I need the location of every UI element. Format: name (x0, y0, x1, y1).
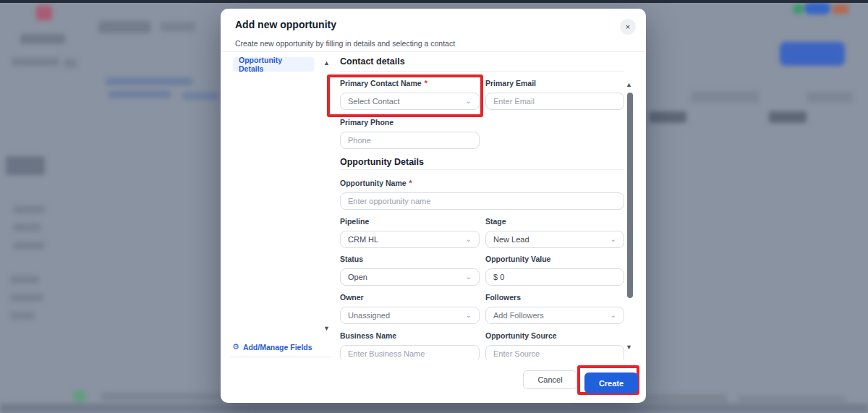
field-pipeline: Pipeline CRM HL ⌄ (340, 217, 480, 248)
contact-details-heading: Contact details (340, 56, 405, 67)
dimmed-footer-bar (738, 396, 846, 402)
field-label: Business Name (340, 331, 480, 340)
select-value: CRM HL (348, 235, 378, 244)
form-scroll-area: Contact details Primary Contact Name* Se… (333, 43, 637, 359)
field-owner: Owner Unassigned ⌄ (340, 293, 480, 324)
opportunity-value-input[interactable] (485, 268, 624, 286)
select-value: Open (348, 273, 367, 281)
select-value: Unassigned (348, 311, 390, 320)
dimmed-sidebar-text (64, 59, 77, 68)
field-label: Primary Contact Name (340, 79, 422, 88)
dimmed-link-row (106, 77, 192, 85)
tab-opportunity-details[interactable]: Opportunity Details (233, 57, 314, 72)
primary-phone-input[interactable] (340, 132, 480, 149)
opportunity-source-input[interactable] (485, 345, 624, 359)
chevron-down-icon: ⌄ (466, 98, 472, 105)
dimmed-app-logo (36, 6, 52, 20)
dimmed-sidebar-item (10, 276, 39, 284)
close-button[interactable]: × (620, 19, 636, 35)
chevron-down-icon: ⌄ (466, 236, 472, 243)
create-button[interactable]: Create (584, 372, 638, 393)
field-label: Opportunity Source (485, 331, 624, 340)
field-primary-phone: Primary Phone (340, 118, 480, 149)
field-label: Primary Email (485, 79, 624, 88)
chevron-down-icon: ⌄ (466, 273, 472, 281)
field-primary-email: Primary Email (485, 79, 624, 110)
dimmed-sidebar-item (10, 312, 35, 320)
field-label: Primary Phone (340, 118, 480, 127)
add-manage-fields-label: Add/Manage Fields (243, 343, 312, 352)
dimmed-sidebar-item (10, 294, 43, 302)
field-business-name: Business Name (340, 331, 480, 359)
add-opportunity-modal: Add new opportunity × Create new opportu… (221, 9, 646, 403)
field-label: Followers (485, 293, 624, 302)
dimmed-column-header (649, 111, 686, 123)
gear-icon: ⚙ (232, 342, 239, 352)
dimmed-sidebar-item (13, 242, 45, 250)
scrollbar-thumb[interactable] (627, 93, 633, 298)
collapse-down-icon[interactable]: ▼ (323, 325, 330, 332)
owner-select[interactable]: Unassigned ⌄ (340, 307, 480, 324)
section-divider (340, 169, 624, 170)
dimmed-bottom-strip (0, 404, 868, 413)
dimmed-sidebar-item (13, 223, 41, 231)
field-followers: Followers Add Followers ⌄ (485, 293, 624, 324)
dimmed-filter-chip (807, 92, 853, 103)
app-top-bar (0, 0, 868, 3)
stage-select[interactable]: New Lead ⌄ (485, 231, 624, 248)
field-label: Owner (340, 293, 480, 302)
close-icon: × (626, 22, 630, 31)
add-manage-fields-link[interactable]: ⚙ Add/Manage Fields (232, 342, 312, 352)
tab-label: Opportunity Details (239, 56, 308, 73)
primary-contact-select[interactable]: Select Contact ⌄ (340, 93, 480, 110)
dimmed-footer-icon (74, 391, 85, 402)
business-name-input[interactable] (340, 345, 480, 359)
field-stage: Stage New Lead ⌄ (485, 217, 624, 248)
dimmed-primary-button (780, 42, 845, 66)
scroll-up-icon[interactable]: ▲ (626, 81, 632, 88)
dimmed-link-row (182, 92, 218, 100)
opportunity-details-heading: Opportunity Details (340, 157, 424, 167)
dimmed-nav-tab (98, 21, 150, 33)
opportunity-name-input[interactable] (340, 192, 624, 210)
dimmed-status-dot (793, 4, 804, 14)
field-label: Opportunity Name (340, 179, 407, 187)
select-value: Select Contact (348, 97, 400, 106)
dimmed-nav-tab (161, 22, 195, 32)
cancel-button[interactable]: Cancel (523, 370, 577, 389)
section-divider (340, 71, 624, 72)
field-opportunity-source: Opportunity Source (485, 331, 624, 359)
create-button-highlight: Create (577, 365, 639, 395)
chevron-down-icon: ⌄ (466, 312, 472, 319)
modal-title: Add new opportunity (235, 19, 336, 30)
collapse-up-icon[interactable]: ▲ (323, 59, 330, 67)
field-primary-contact-name: Primary Contact Name* Select Contact ⌄ (340, 79, 480, 110)
dimmed-sidebar-text (20, 34, 65, 44)
chevron-down-icon: ⌄ (610, 236, 616, 243)
dimmed-header-pill (833, 4, 848, 14)
dimmed-filter-chip (691, 91, 759, 103)
dimmed-sidebar-item (13, 205, 45, 213)
dimmed-link-row (109, 90, 171, 98)
field-label: Stage (485, 217, 624, 226)
field-status: Status Open ⌄ (340, 255, 480, 286)
select-value: Add Followers (493, 311, 544, 320)
required-asterisk: * (409, 179, 412, 187)
followers-select[interactable]: Add Followers ⌄ (485, 307, 624, 324)
dimmed-header-pill (804, 2, 830, 14)
dimmed-column-header (769, 111, 807, 123)
pipeline-select[interactable]: CRM HL ⌄ (340, 231, 480, 248)
required-asterisk: * (425, 79, 427, 88)
status-select[interactable]: Open ⌄ (340, 268, 480, 286)
chevron-down-icon: ⌄ (610, 312, 616, 319)
field-label: Opportunity Value (485, 255, 624, 263)
scroll-down-icon[interactable]: ▼ (626, 344, 632, 351)
select-value: New Lead (493, 235, 529, 244)
field-opportunity-value: Opportunity Value (485, 255, 624, 286)
sidebar-divider (230, 357, 331, 357)
dimmed-sidebar-item (6, 156, 45, 175)
field-opportunity-name: Opportunity Name* (340, 179, 624, 210)
field-label: Status (340, 255, 480, 263)
primary-email-input[interactable] (485, 93, 624, 110)
field-label: Pipeline (340, 217, 480, 226)
